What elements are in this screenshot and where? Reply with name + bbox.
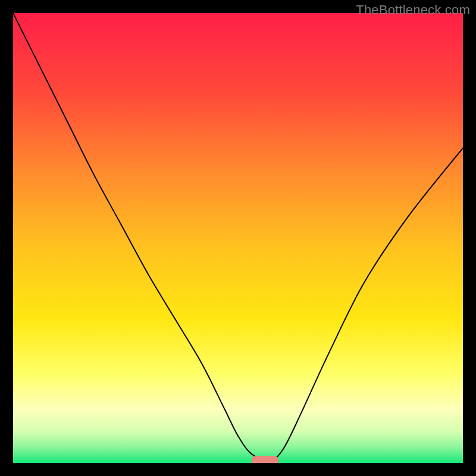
plot-area bbox=[13, 13, 463, 463]
bottleneck-chart bbox=[13, 13, 463, 463]
chart-frame: TheBottleneck.com bbox=[0, 0, 476, 476]
gradient-background bbox=[13, 13, 463, 463]
watermark-text: TheBottleneck.com bbox=[356, 2, 470, 18]
optimal-marker bbox=[252, 456, 278, 463]
